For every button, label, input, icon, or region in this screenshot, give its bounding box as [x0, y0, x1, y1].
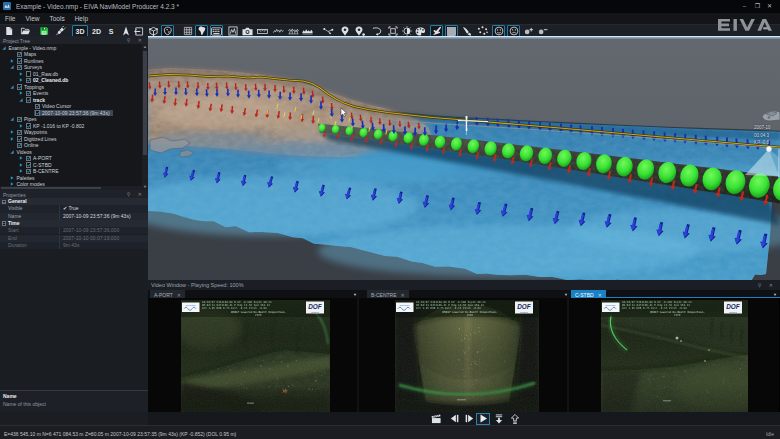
property-value[interactable]: 9m 43s: [60, 242, 79, 249]
video-frame-c-stbd: 10/10/07 6361168.08 N KP -0.906 Depth 80…: [568, 298, 779, 412]
navimodel-logo: NaviModel: [602, 303, 620, 313]
tab-dropdown-icon[interactable]: ▼: [773, 292, 777, 297]
panel-pin-close-icons[interactable]: ⚲ ✕: [127, 37, 145, 43]
hscroll-thumb[interactable]: [1, 187, 101, 190]
collapsed-arrow-icon[interactable]: [19, 156, 23, 160]
tree-checkbox-checked[interactable]: [26, 156, 32, 162]
tree-checkbox-unchecked[interactable]: [26, 71, 32, 77]
menu-view[interactable]: View: [20, 13, 44, 24]
view-2d-label: 2D: [92, 28, 101, 35]
tree-checkbox-checked[interactable]: [17, 58, 23, 64]
palette-icon: [415, 27, 426, 36]
connect-icon: [55, 26, 66, 36]
scroll-thumb[interactable]: [143, 51, 147, 155]
seabed-3d-canvas[interactable]: [148, 36, 780, 280]
viewport-3d[interactable]: 2007-10 00:04:3 KP -0.8: [148, 36, 780, 280]
tree-checkbox-checked[interactable]: [26, 169, 32, 175]
panel-pin-close-icons[interactable]: ⚲ ✕: [127, 191, 145, 197]
collapsed-arrow-icon[interactable]: [19, 163, 23, 167]
restore-button[interactable]: ❐: [752, 1, 763, 11]
step-back-button[interactable]: [447, 413, 461, 425]
tree-checkbox-checked[interactable]: [35, 110, 41, 116]
property-value[interactable]: ✔ True: [60, 205, 79, 212]
view-s-label: S: [109, 28, 114, 35]
point-remove-icon: [537, 27, 548, 36]
menu-file[interactable]: File: [0, 13, 20, 24]
tree-checkbox-checked[interactable]: [26, 78, 32, 84]
collapsed-arrow-icon[interactable]: [19, 78, 23, 82]
tree-checkbox-checked[interactable]: [17, 117, 23, 123]
video-pane-c-stbd[interactable]: 10/10/07 6361168.08 N KP -0.906 Depth 80…: [568, 298, 780, 412]
expanded-arrow-icon[interactable]: [19, 98, 23, 102]
close-button[interactable]: ✕: [764, 1, 775, 11]
property-row-visible[interactable]: Visible✔ True: [0, 205, 148, 212]
tree-checkbox-checked[interactable]: [17, 65, 23, 71]
collapsed-arrow-icon[interactable]: [19, 72, 23, 76]
property-value[interactable]: 2007-10-10 00:07:19.000: [60, 235, 119, 242]
expanded-arrow-icon[interactable]: [2, 46, 6, 50]
tree-checkbox-checked[interactable]: [26, 162, 32, 168]
world-icon: [197, 26, 207, 36]
collapsed-arrow-icon[interactable]: [10, 59, 14, 63]
subsea-text: subsea: [311, 311, 319, 314]
clapperboard-button[interactable]: [429, 413, 443, 425]
tree-checkbox-checked[interactable]: [26, 123, 32, 129]
group-collapse-box[interactable]: −: [2, 221, 7, 226]
check-icon: [27, 98, 31, 103]
property-row-name[interactable]: Name2007-10-09 23:57:36 (9m 43s): [0, 213, 148, 220]
speed-down-button[interactable]: [492, 413, 506, 425]
collapsed-arrow-icon[interactable]: [10, 176, 14, 180]
surface-icon: [163, 26, 173, 36]
collapsed-arrow-icon[interactable]: [19, 124, 23, 128]
menu-help[interactable]: Help: [70, 13, 93, 24]
play-button[interactable]: [476, 413, 490, 425]
expanded-arrow-icon[interactable]: [10, 85, 14, 89]
video-tab-c-stbd[interactable]: C-STBD✕: [571, 290, 606, 298]
property-value[interactable]: 2007-10-09 23:57:36.000: [60, 227, 119, 234]
property-group-general[interactable]: −General: [0, 198, 148, 205]
video-tab-a-port[interactable]: A-PORT✕: [150, 290, 185, 298]
video-event-text2: PIPE: [467, 313, 474, 317]
profile-3-icon: [302, 27, 313, 35]
collapsed-arrow-icon[interactable]: [19, 91, 23, 95]
video-tab-b-centre[interactable]: B-CENTRE✕: [367, 290, 409, 298]
tree-checkbox-checked[interactable]: [26, 97, 32, 103]
video-pane-a-port[interactable]: 10/10/07 6361168.08 N KP -0.906 Depth 80…: [148, 298, 358, 412]
check-icon: [27, 156, 31, 161]
expanded-arrow-icon[interactable]: [10, 117, 14, 121]
profile-1-icon: [273, 27, 284, 35]
tree-spacer: [10, 52, 14, 56]
profile-2-icon: [288, 27, 299, 35]
property-group-time[interactable]: −Time: [0, 220, 148, 227]
collapsed-arrow-icon[interactable]: [19, 169, 23, 173]
tree-checkbox-checked[interactable]: [35, 104, 41, 110]
scroll-down-arrow[interactable]: ▼: [143, 185, 147, 189]
property-value[interactable]: 2007-10-09 23:57:36 (9m 43s): [60, 213, 131, 220]
expanded-arrow-icon[interactable]: [10, 65, 14, 69]
check-icon: [36, 104, 40, 109]
property-row-start[interactable]: Start2007-10-09 23:57:36.000: [0, 227, 148, 234]
pane-separator: [567, 290, 569, 412]
video-pane-b-centre[interactable]: 10/10/07 6361168.08 N KP -0.906 Depth 80…: [358, 298, 568, 412]
tree-checkbox-checked[interactable]: [17, 84, 23, 90]
video-window-pin-close-icons[interactable]: ⚲ ✕: [758, 282, 776, 288]
speed-up-button[interactable]: [508, 413, 522, 425]
check-icon: [27, 78, 31, 83]
tree-checkbox-checked[interactable]: [17, 52, 23, 58]
tree-spacer: [28, 104, 32, 108]
tree-checkbox-checked[interactable]: [17, 130, 23, 136]
scroll-up-arrow[interactable]: ▲: [143, 45, 147, 49]
expanded-arrow-icon[interactable]: [10, 150, 14, 154]
step-forward-button[interactable]: [462, 413, 476, 425]
minimize-button[interactable]: –: [739, 1, 750, 11]
tree-checkbox-checked[interactable]: [17, 143, 23, 149]
tree-checkbox-checked[interactable]: [17, 136, 23, 142]
group-collapse-box[interactable]: −: [2, 200, 7, 205]
menu-tools[interactable]: Tools: [44, 13, 69, 24]
collapsed-arrow-icon[interactable]: [10, 130, 14, 134]
collapsed-arrow-icon[interactable]: [10, 137, 14, 141]
property-row-end[interactable]: End2007-10-10 00:07:19.000: [0, 235, 148, 242]
tree-checkbox-checked[interactable]: [26, 91, 32, 97]
check-icon: [27, 169, 31, 174]
property-row-duration[interactable]: Duration9m 43s: [0, 242, 148, 249]
